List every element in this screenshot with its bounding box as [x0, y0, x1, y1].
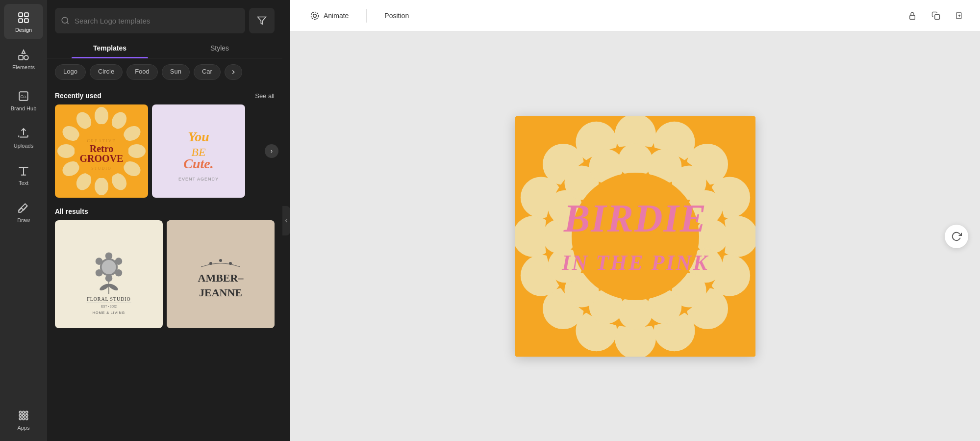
- all-results-grid: FLORAL STUDIO EST • 2002 HOME & LIVING: [55, 220, 275, 328]
- filter-button[interactable]: [249, 8, 275, 33]
- recently-used-grid: CREATIVE Retro GROOVE STUDIO You BE Cute…: [55, 104, 275, 198]
- svg-text:EVENT AGENCY: EVENT AGENCY: [178, 177, 219, 182]
- svg-text:JEANNE: JEANNE: [199, 286, 242, 299]
- svg-point-27: [57, 144, 75, 158]
- svg-point-12: [23, 414, 25, 416]
- sidebar-item-label: Design: [15, 27, 32, 33]
- svg-point-21: [128, 144, 146, 158]
- animate-button[interactable]: Animate: [302, 7, 356, 25]
- svg-text:Cute.: Cute.: [183, 156, 213, 171]
- svg-point-4: [24, 55, 28, 60]
- svg-text:Retro: Retro: [90, 143, 114, 154]
- svg-point-92: [618, 295, 653, 330]
- chip-food[interactable]: Food: [126, 64, 158, 80]
- svg-text:You: You: [188, 129, 209, 144]
- refresh-fab-button[interactable]: [945, 225, 968, 248]
- svg-text:BIRDIE: BIRDIE: [563, 197, 706, 240]
- svg-point-15: [23, 417, 25, 419]
- tab-styles[interactable]: Styles: [165, 39, 275, 58]
- svg-point-49: [96, 258, 103, 265]
- sidebar-item-uploads[interactable]: Uploads: [4, 120, 43, 155]
- svg-rect-64: [935, 14, 940, 19]
- search-icon: [61, 16, 70, 25]
- svg-point-17: [62, 17, 68, 23]
- svg-point-84: [618, 143, 653, 178]
- all-results-title: All results: [55, 208, 88, 215]
- position-label: Position: [384, 12, 409, 20]
- see-all-button[interactable]: See all: [255, 92, 275, 100]
- lock-icon: [908, 11, 917, 20]
- template-card-floral-studio[interactable]: FLORAL STUDIO EST • 2002 HOME & LIVING: [55, 220, 163, 328]
- svg-point-8: [19, 411, 21, 413]
- sidebar-item-apps[interactable]: Apps: [4, 402, 43, 437]
- top-bar: Animate Position: [290, 0, 980, 31]
- top-bar-right: [904, 7, 968, 25]
- svg-point-24: [95, 178, 108, 195]
- svg-point-45: [115, 258, 123, 265]
- add-page-button[interactable]: [951, 7, 968, 25]
- sidebar-item-design[interactable]: Design: [4, 4, 43, 39]
- left-toolbar: Design Elements Co. Brand Hub Uploads Te…: [0, 0, 47, 441]
- template-card-retro-groove[interactable]: CREATIVE Retro GROOVE STUDIO: [55, 104, 148, 198]
- recently-used-header: Recently used See all: [55, 92, 275, 100]
- lock-button[interactable]: [904, 7, 921, 25]
- template-card-amber-jeanne[interactable]: AMBER– JEANNE: [167, 220, 275, 328]
- sidebar-item-elements[interactable]: Elements: [4, 41, 43, 77]
- top-bar-divider: [366, 9, 367, 23]
- sidebar-item-label: Text: [19, 180, 28, 186]
- svg-point-10: [25, 411, 27, 413]
- svg-rect-3: [25, 19, 28, 23]
- svg-point-48: [96, 269, 103, 277]
- panel-collapse-handle[interactable]: [282, 206, 290, 235]
- sidebar-item-brand-hub[interactable]: Co. Brand Hub: [4, 82, 43, 118]
- sidebar-item-label: Brand Hub: [11, 105, 37, 111]
- svg-point-50: [101, 260, 116, 274]
- svg-point-58: [229, 262, 232, 265]
- svg-text:STUDIO: STUDIO: [91, 166, 111, 171]
- svg-text:IN THE PINK: IN THE PINK: [561, 251, 708, 275]
- svg-text:FLORAL STUDIO: FLORAL STUDIO: [87, 296, 131, 302]
- svg-point-47: [105, 275, 113, 282]
- design-canvas: BIRDIE IN THE PINK: [515, 116, 755, 357]
- chip-logo[interactable]: Logo: [55, 64, 86, 80]
- canvas-viewport[interactable]: BIRDIE IN THE PINK: [290, 31, 980, 441]
- sidebar-item-text[interactable]: Text: [4, 157, 43, 192]
- svg-point-13: [25, 414, 27, 416]
- sidebar-item-label: Draw: [17, 217, 30, 223]
- svg-point-44: [105, 252, 113, 259]
- filter-icon: [257, 16, 267, 26]
- position-button[interactable]: Position: [377, 8, 417, 24]
- svg-text:Co.: Co.: [21, 94, 27, 99]
- svg-rect-5: [19, 55, 23, 60]
- svg-text:GROOVE: GROOVE: [80, 153, 124, 164]
- svg-point-61: [311, 12, 319, 19]
- template-card-youre-cute[interactable]: You BE Cute. EVENT AGENCY: [152, 104, 245, 198]
- add-page-icon: [955, 11, 964, 20]
- svg-rect-1: [25, 13, 28, 17]
- sidebar-item-draw[interactable]: Draw: [4, 194, 43, 230]
- brand-hub-icon: Co.: [17, 89, 30, 103]
- tabs: Templates Styles: [47, 39, 282, 58]
- copy-button[interactable]: [927, 7, 945, 25]
- sidebar-item-label: Elements: [12, 64, 35, 70]
- svg-point-9: [23, 411, 25, 413]
- tab-templates[interactable]: Templates: [55, 39, 165, 58]
- svg-point-11: [19, 414, 21, 416]
- recently-used-next-arrow[interactable]: ›: [265, 144, 278, 158]
- all-results-header: All results: [55, 208, 275, 215]
- chip-circle[interactable]: Circle: [90, 64, 123, 80]
- chip-car[interactable]: Car: [194, 64, 221, 80]
- copy-icon: [931, 11, 940, 20]
- chip-sun[interactable]: Sun: [162, 64, 190, 80]
- recently-used-title: Recently used: [55, 92, 101, 100]
- draw-icon: [17, 201, 30, 215]
- search-input[interactable]: [75, 17, 239, 25]
- apps-icon: [17, 409, 30, 422]
- templates-panel: Templates Styles Logo Circle Food Sun Ca…: [47, 0, 282, 441]
- text-icon: [17, 164, 30, 178]
- chevron-left-icon: [283, 218, 289, 224]
- search-wrapper[interactable]: [55, 8, 245, 33]
- svg-point-18: [95, 107, 108, 125]
- svg-text:HOME & LIVING: HOME & LIVING: [93, 311, 125, 315]
- chip-more-button[interactable]: [225, 64, 242, 80]
